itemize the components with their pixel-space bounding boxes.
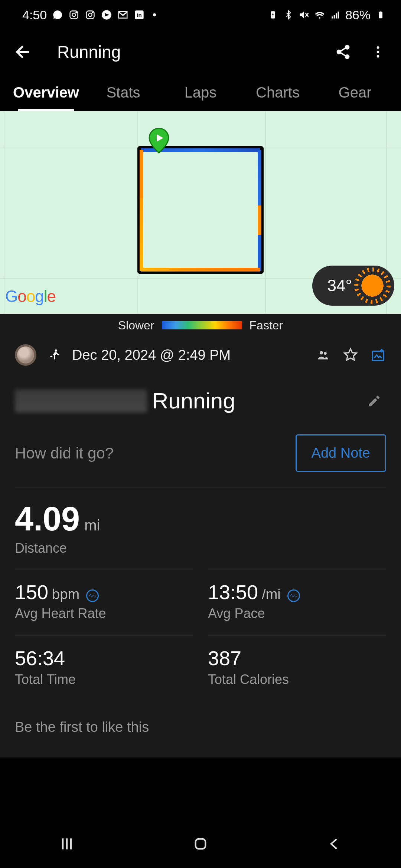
more-notifications-icon: [153, 13, 156, 16]
cal-value: 387: [208, 647, 241, 670]
location-redacted: [15, 389, 147, 412]
activity-meta: Dec 20, 2024 @ 2:49 PM: [0, 337, 401, 377]
svg-point-2: [76, 12, 76, 13]
svg-point-1: [72, 13, 76, 16]
add-note-button[interactable]: Add Note: [296, 434, 386, 472]
more-menu-button[interactable]: [366, 40, 390, 64]
favorite-button[interactable]: [342, 347, 359, 363]
distance-label: Distance: [15, 540, 386, 556]
tab-gear[interactable]: Gear: [316, 84, 394, 111]
distance-unit: mi: [84, 517, 100, 534]
svg-point-20: [377, 46, 379, 49]
weather-temp: 34°: [327, 276, 352, 295]
svg-rect-28: [196, 839, 206, 849]
note-row: How did it go? Add Note: [0, 427, 401, 487]
time-value: 56:34: [15, 647, 65, 670]
hr-metric-icon[interactable]: [86, 589, 99, 602]
navback-button[interactable]: [319, 833, 349, 855]
hr-label: Avg Heart Rate: [15, 606, 193, 621]
activity-details: Slower Faster Dec 20, 2024 @ 2:49 PM Run…: [0, 314, 401, 757]
chat-icon: [52, 9, 63, 20]
add-photo-button[interactable]: [370, 347, 386, 363]
battery-icon: [375, 9, 386, 20]
activity-title-row: Running: [0, 377, 401, 427]
bluetooth-icon: [283, 9, 294, 20]
system-nav-bar: [0, 820, 401, 868]
activity-timestamp: Dec 20, 2024 @ 2:49 PM: [72, 347, 231, 363]
svg-rect-11: [334, 15, 335, 19]
page-title: Running: [57, 42, 320, 62]
start-pin-icon: [148, 128, 170, 158]
svg-rect-12: [336, 13, 337, 19]
share-button[interactable]: [331, 40, 355, 64]
tab-label: Stats: [106, 84, 140, 101]
distance-value: 4.09: [15, 500, 80, 538]
stat-avg-pace: 13:50 /mi Avg Pace: [208, 569, 386, 635]
pace-unit: /mi: [262, 586, 281, 602]
tab-label: Overview: [13, 84, 79, 101]
legend-faster: Faster: [250, 319, 283, 332]
stat-avg-hr: 150 bpm Avg Heart Rate: [15, 569, 193, 635]
sun-icon: [359, 273, 385, 299]
recents-button[interactable]: [52, 833, 82, 855]
svg-rect-16: [379, 14, 382, 18]
svg-point-22: [377, 55, 379, 57]
tab-overview[interactable]: Overview: [7, 84, 85, 111]
hr-value: 150: [15, 581, 48, 604]
stat-distance: 4.09mi Distance: [0, 487, 401, 569]
instagram-icon: [68, 9, 79, 20]
tab-label: Gear: [339, 84, 372, 101]
pace-legend: Slower Faster: [0, 314, 401, 337]
svg-point-4: [89, 13, 92, 16]
cal-label: Total Calories: [208, 672, 386, 687]
svg-point-26: [324, 352, 327, 355]
tab-label: Laps: [185, 84, 217, 101]
likes-prompt[interactable]: Be the first to like this: [0, 701, 401, 757]
map-attribution: Google: [5, 287, 56, 306]
linkedin-icon: in: [134, 9, 145, 20]
status-time: 4:50: [22, 8, 47, 22]
stat-total-time: 56:34 Total Time: [15, 635, 193, 701]
legend-gradient: [162, 321, 242, 329]
app-bar: Running: [0, 30, 401, 74]
svg-rect-10: [332, 16, 333, 18]
tab-label: Charts: [256, 84, 300, 101]
privacy-icon[interactable]: [315, 347, 331, 363]
hr-unit: bpm: [52, 586, 79, 602]
tab-charts[interactable]: Charts: [239, 84, 316, 111]
signal-icon: [330, 9, 341, 20]
mute-icon: [299, 9, 310, 20]
battery-saver-icon: [267, 9, 278, 20]
edit-name-button[interactable]: [362, 389, 386, 413]
tab-laps[interactable]: Laps: [162, 84, 239, 111]
svg-text:in: in: [137, 12, 141, 18]
status-bar: 4:50 in 86%: [0, 0, 401, 30]
tab-stats[interactable]: Stats: [85, 84, 162, 111]
note-prompt: How did it go?: [15, 444, 296, 462]
route-map[interactable]: Google 34°: [0, 111, 401, 314]
time-label: Total Time: [15, 672, 193, 687]
wifi-icon: [314, 9, 325, 20]
route-path: [137, 146, 264, 274]
legend-slower: Slower: [118, 319, 154, 332]
app-icon: [101, 9, 112, 20]
svg-point-5: [92, 12, 93, 13]
pace-label: Avg Pace: [208, 606, 386, 621]
svg-rect-15: [380, 11, 382, 12]
activity-name: Running: [152, 388, 235, 414]
stat-calories: 387 Total Calories: [208, 635, 386, 701]
pace-value: 13:50: [208, 581, 258, 604]
pace-metric-icon[interactable]: [287, 589, 300, 602]
gmail-icon: [117, 9, 128, 20]
svg-point-24: [55, 349, 57, 352]
home-button[interactable]: [186, 833, 215, 855]
battery-percent: 86%: [345, 8, 371, 22]
tabs: Overview Stats Laps Charts Gear: [0, 74, 401, 111]
weather-chip[interactable]: 34°: [312, 266, 394, 306]
svg-rect-13: [338, 11, 339, 18]
running-icon: [48, 348, 61, 362]
instagram-icon: [85, 9, 96, 20]
back-button[interactable]: [11, 40, 35, 64]
svg-point-21: [377, 51, 379, 53]
avatar[interactable]: [15, 344, 36, 366]
